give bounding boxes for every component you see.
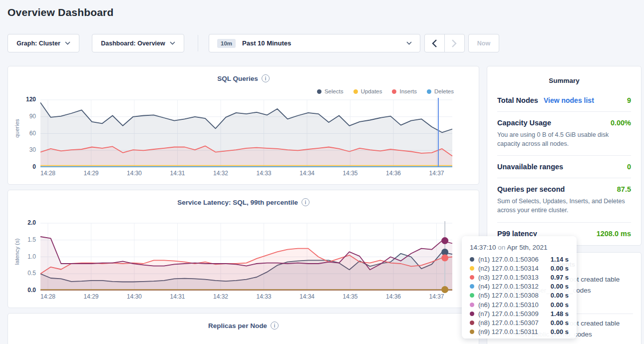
x-axis-tick: 14:36 (386, 293, 401, 300)
dashboard-dropdown-label: Dashboard: Overview (101, 40, 165, 47)
summary-card: Summary Total Nodes View nodes list 9 Ca… (487, 66, 642, 246)
summary-description: You are using 0 B of 4.5 GiB usable disk… (497, 130, 631, 148)
node-latency-value: 1.48 s (551, 310, 569, 318)
node-address: (n5) 127.0.0.1:50308 (478, 292, 551, 299)
time-range-dropdown[interactable]: 10m Past 10 Minutes (209, 34, 420, 52)
node-color-dot (470, 284, 474, 289)
summary-row-capacity: Capacity Usage 0.00% You are using 0 B o… (497, 112, 631, 156)
dashboard-dropdown[interactable]: Dashboard: Overview (92, 34, 184, 52)
y-axis-tick: 2.0 (12, 219, 36, 226)
service-latency-panel: Service Latency: SQL, 99th percentile i … (7, 190, 479, 308)
service-latency-plot[interactable]: latency (s) 0.00.51.01.52.014:2814:2914:… (40, 223, 452, 291)
time-range-badge: 10m (217, 39, 236, 48)
x-axis-tick: 14:33 (256, 293, 271, 300)
next-interval-button[interactable] (445, 34, 465, 52)
graph-dropdown-label: Graph: Cluster (16, 40, 60, 47)
node-latency-value: 0.00 s (551, 328, 569, 336)
summary-label: Unavailable ranges (497, 163, 563, 171)
info-icon[interactable]: i (271, 322, 279, 330)
summary-value: 0.00% (611, 119, 631, 127)
x-axis-tick: 14:34 (300, 170, 315, 177)
node-latency-value: 1.14 s (551, 256, 569, 263)
node-color-dot (470, 257, 474, 262)
legend-dot (427, 89, 431, 94)
summary-title: Summary (497, 66, 631, 84)
legend-item-inserts[interactable]: Inserts (392, 88, 417, 94)
node-color-dot (470, 266, 474, 271)
chevron-right-icon (452, 39, 457, 47)
node-address: (n2) 127.0.0.1:50314 (478, 265, 551, 272)
node-latency-value: 0.97 s (551, 274, 569, 281)
y-axis-tick: 120 (12, 96, 36, 103)
summary-row-unavailable-ranges: Unavailable ranges 0 (497, 156, 631, 178)
x-axis-tick: 14:29 (83, 170, 98, 177)
y-axis-tick: 0 (12, 163, 36, 170)
chart-hover-tooltip: 14:37:10 on Apr 5th, 2021 (n1) 127.0.0.1… (462, 236, 577, 339)
node-latency-value: 0.00 s (551, 301, 569, 309)
node-color-dot (470, 293, 474, 298)
x-axis-tick: 14:31 (170, 293, 185, 300)
tooltip-node-row: (n8) 127.0.0.1:503070.00 s (470, 318, 569, 327)
graph-dropdown[interactable]: Graph: Cluster (7, 34, 79, 52)
node-latency-value: 0.00 s (551, 283, 569, 290)
sql-queries-chart[interactable] (40, 100, 452, 167)
chart-title: SQL Queries (217, 75, 258, 82)
now-button[interactable]: Now (468, 34, 499, 52)
chevron-down-icon (65, 41, 70, 45)
prev-interval-button[interactable] (425, 34, 445, 52)
time-range-label: Past 10 Minutes (242, 39, 291, 47)
tooltip-node-row: (n3) 127.0.0.1:503130.97 s (470, 273, 569, 282)
sql-queries-plot[interactable]: queries 030609012014:2814:2914:3014:3114… (40, 100, 452, 167)
legend-dot (317, 89, 322, 94)
legend-item-updates[interactable]: Updates (353, 88, 382, 94)
x-axis-tick: 14:35 (342, 170, 357, 177)
x-axis-tick: 14:37 (429, 293, 444, 300)
node-address: (n3) 127.0.0.1:50313 (478, 274, 551, 281)
chart-title: Service Latency: SQL, 99th percentile (177, 199, 298, 206)
x-axis-tick: 14:36 (386, 170, 401, 177)
tooltip-node-row: (n1) 127.0.0.1:503061.14 s (470, 255, 569, 264)
node-color-dot (470, 312, 474, 316)
node-address: (n7) 127.0.0.1:50309 (478, 310, 551, 318)
y-axis-tick: 90 (12, 113, 36, 120)
legend-item-selects[interactable]: Selects (317, 88, 343, 94)
service-latency-chart[interactable] (40, 223, 452, 291)
node-latency-value: 0.00 s (551, 292, 569, 299)
x-axis-tick: 14:33 (256, 170, 271, 177)
info-icon[interactable]: i (262, 74, 270, 82)
summary-value: 1208.0 ms (597, 230, 631, 238)
summary-row-qps: Queries per second 87.5 Sum of Selects, … (497, 178, 631, 222)
summary-label: Capacity Usage (497, 119, 551, 127)
info-icon[interactable]: i (302, 198, 310, 206)
x-axis-tick: 14:28 (40, 170, 55, 177)
legend-dot (353, 89, 358, 94)
chart-legend: SelectsUpdatesInsertsDeletes (317, 88, 454, 94)
node-color-dot (470, 330, 474, 334)
x-axis-tick: 14:29 (83, 293, 98, 300)
summary-description: Sum of Selects, Updates, Inserts, and De… (497, 197, 631, 215)
view-nodes-list-link[interactable]: View nodes list (544, 96, 594, 104)
legend-item-deletes[interactable]: Deletes (427, 88, 454, 94)
node-latency-value: 0.00 s (551, 319, 569, 327)
node-address: (n6) 127.0.0.1:50310 (478, 301, 551, 309)
tooltip-rows: (n1) 127.0.0.1:503061.14 s(n2) 127.0.0.1… (470, 255, 569, 337)
y-axis-tick: 60 (12, 130, 36, 137)
tooltip-node-row: (n9) 127.0.0.1:503110.00 s (470, 328, 569, 337)
node-latency-value: 0.00 s (551, 265, 569, 272)
x-axis-tick: 14:32 (213, 170, 228, 177)
y-axis-tick: 30 (12, 146, 36, 153)
node-color-dot (470, 303, 474, 307)
node-address: (n9) 127.0.0.1:50311 (478, 328, 551, 336)
summary-value: 0 (627, 163, 631, 171)
x-axis-tick: 14:30 (127, 170, 142, 177)
replicas-per-node-panel: Replicas per Node i (7, 313, 479, 344)
node-address: (n8) 127.0.0.1:50307 (478, 319, 551, 327)
node-address: (n4) 127.0.0.1:50312 (478, 283, 551, 290)
x-axis-tick: 14:28 (40, 293, 55, 300)
chevron-down-icon (406, 41, 412, 45)
x-axis-tick: 14:34 (300, 293, 315, 300)
y-axis-tick: 1.0 (12, 253, 36, 260)
x-axis-tick: 14:35 (342, 293, 357, 300)
time-step-buttons (424, 34, 465, 52)
legend-dot (392, 89, 396, 94)
